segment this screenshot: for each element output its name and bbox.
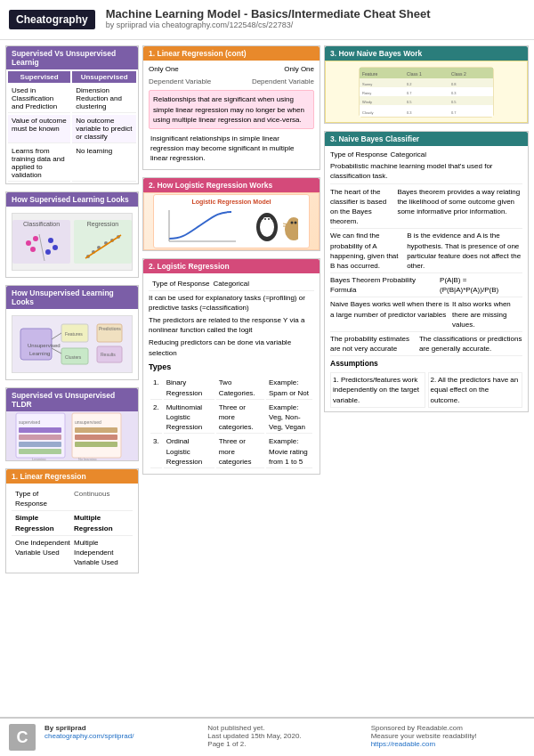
naive-bayes-classifier-section: 3. Naive Bayes Classifier Type of Respon… — [324, 131, 529, 412]
supervised-section: Supervised Vs Unsupervised Learnig Super… — [5, 45, 139, 184]
linear-regression-header: 1. Linear Regression — [6, 469, 138, 484]
svg-point-0 — [26, 240, 31, 246]
lr-only-one-row: Only One Only One — [149, 64, 314, 74]
nb-type-row: Type of Response Categorical — [330, 150, 522, 159]
lr2-desc1: It can be used for explanatory tasks (=p… — [149, 293, 314, 313]
logo: Cheatography — [9, 10, 95, 29]
type-name-2: Multinomial Logistic Regression — [164, 402, 214, 435]
svg-text:Sunny: Sunny — [362, 82, 372, 86]
lr-cont-body: Only One Only One Dependent Variable Dep… — [143, 61, 320, 169]
lr-simple-label: Simple Regression — [15, 513, 70, 532]
unsupervised-looks-section: How Unsupervised Learning Looks Unsuperv… — [5, 285, 139, 380]
column-3: 3. How Naive Bayes Work — [324, 45, 529, 711]
supervised-header: Supervised Vs Unsupervised Learnig — [6, 46, 138, 69]
logistic-regression-section: 2. Logistic Regression Type of Response … — [142, 258, 320, 475]
type-col2-1: Two Categories. — [216, 377, 264, 399]
svg-point-51 — [290, 221, 293, 224]
type-name-1: Binary Regression — [164, 377, 214, 399]
supervised-looks-image: Classification — [12, 213, 133, 271]
tldr-svg: supervised unsupervised Learning No lear… — [14, 411, 130, 460]
footer-logo: C — [9, 724, 36, 751]
naive-bayes-work-header: 3. How Naive Bayes Work — [325, 46, 528, 61]
svg-point-44 — [260, 217, 274, 237]
svg-rect-30 — [19, 435, 61, 440]
lr-para1: Relationships that are significant when … — [149, 90, 314, 129]
footer-sponsor-url[interactable]: https://readable.com — [371, 740, 435, 748]
svg-text:Predictions: Predictions — [99, 326, 121, 331]
nb-heart-value: Bayes theorem provides a way relating th… — [397, 187, 522, 227]
type-row-3: 3. Ordinal Logistic Regression Three or … — [150, 435, 312, 468]
svg-text:Unsupervised: Unsupervised — [28, 343, 61, 348]
table-cell: Value of outcome must be known — [8, 115, 70, 143]
naive-bayes-classifier-body: Type of Response Categorical Probabilist… — [325, 146, 528, 411]
tldr-section: Supervised vs Unsupervised TLDR supervis… — [5, 387, 139, 461]
nb-works-value: It also works when there are missing val… — [452, 299, 522, 329]
logistic-regression-header: 2. Logistic Regression — [143, 259, 320, 273]
svg-point-47 — [264, 218, 266, 220]
svg-text:supervised: supervised — [19, 419, 40, 425]
type-col2-3: Three or more categories — [216, 435, 264, 468]
regression-img: Regression — [74, 220, 132, 264]
svg-point-48 — [268, 218, 270, 220]
footer-author-col: By spriiprad cheatography.com/spriiprad/ — [44, 724, 198, 740]
classification-img: Classification — [12, 220, 70, 264]
svg-point-3 — [48, 238, 53, 243]
lr-categories: Simple Regression Multiple Regression — [12, 511, 133, 534]
lr2-desc3: Reducing predictors can be done via vari… — [149, 337, 314, 357]
svg-line-6 — [39, 234, 44, 261]
types-table: 1. Binary Regression Two Categories. Exa… — [149, 375, 314, 470]
nb-desc: Probabilistic machine learning model tha… — [330, 161, 522, 183]
type-col3-1: Example: Spam or Not — [266, 377, 312, 399]
types-title: Types — [149, 362, 314, 373]
lr-only-one-1: Only One — [149, 64, 179, 74]
lr-var-row: One Independent Variable Used Multiple I… — [12, 535, 133, 570]
nb-formula-value: P(A|B) = (P(B|A)*P(A))/P(B) — [440, 275, 522, 295]
unsupervised-looks-body: Unsupervised Learning Features Clusters … — [6, 309, 138, 379]
nb-type-label: Type of Response — [330, 150, 387, 159]
lr-type-label: Type of Response — [15, 489, 70, 508]
svg-point-5 — [45, 249, 51, 255]
lr2-desc2: The predictors are related to the respon… — [149, 315, 314, 335]
logistic-regression-body: Type of Response Categorical It can be u… — [143, 273, 320, 474]
unsupervised-svg: Unsupervised Learning Features Clusters … — [19, 320, 125, 369]
nb-prob-row: We can find the probability of A happeni… — [330, 231, 522, 273]
table-row: Used in Classification and Prediction Di… — [8, 85, 136, 113]
nb-formula-label: Bayes Theorem Probability Formula — [330, 275, 437, 295]
footer-page: Page 1 of 2. — [207, 740, 361, 748]
nb-formula-row: Bayes Theorem Probability Formula P(A|B)… — [330, 275, 522, 297]
lr-only-one-2: Only One — [284, 64, 314, 74]
svg-point-4 — [53, 245, 58, 250]
naive-bayes-classifier-header: 3. Naive Bayes Classifier — [325, 132, 528, 146]
logistic-works-image: Logistic Regression Model — [143, 192, 320, 250]
svg-point-1 — [33, 236, 38, 241]
footer-author-url[interactable]: cheatography.com/spriiprad/ — [44, 732, 134, 740]
naive-bayes-svg: Feature Class 1 Class 2 Sunny 0.2 0.8 Ra… — [355, 63, 498, 121]
nb-prob-value: B is the evidence and A is the hypothesi… — [407, 231, 522, 271]
lr-multiple-label: Multiple Regression — [74, 513, 129, 532]
svg-line-13 — [85, 235, 121, 258]
lr-type-row: Type of Response Continuous — [12, 487, 133, 511]
svg-text:0.5: 0.5 — [451, 100, 457, 104]
unsupervised-looks-image: Unsupervised Learning Features Clusters … — [12, 315, 133, 373]
supervised-looks-body: Classification — [6, 207, 138, 277]
type-name-3: Ordinal Logistic Regression — [164, 435, 214, 468]
logistic-works-section: 2. How Logistic Regression Works Logisti… — [142, 177, 320, 251]
svg-text:Results: Results — [101, 352, 116, 357]
svg-text:Learning: Learning — [29, 351, 50, 356]
classification-svg — [20, 230, 64, 264]
svg-rect-32 — [19, 449, 61, 454]
svg-point-52 — [294, 221, 296, 224]
table-row: Value of outcome must be known No outcom… — [8, 115, 136, 143]
column-1: Supervised Vs Unsupervised Learnig Super… — [5, 45, 139, 711]
nb-prob2-label: The probability estimates are not very a… — [330, 334, 417, 354]
svg-text:Windy: Windy — [362, 100, 372, 104]
footer-sponsor-col: Sponsored by Readable.com Measure your w… — [371, 724, 525, 748]
svg-text:Feature: Feature — [362, 71, 377, 77]
lr-dep-var-row: Dependent Variable Dependent Variable — [149, 77, 314, 86]
svg-rect-31 — [19, 442, 61, 447]
footer-middle-col: Not published yet. Last updated 15th May… — [207, 724, 361, 748]
svg-line-22 — [52, 348, 61, 354]
lr2-type-row: Type of Response Categorical — [149, 277, 314, 291]
header: Cheatography Machine Learning Model - Ba… — [0, 0, 534, 40]
lr-para1-text: Relationships that are significant when … — [153, 95, 304, 123]
